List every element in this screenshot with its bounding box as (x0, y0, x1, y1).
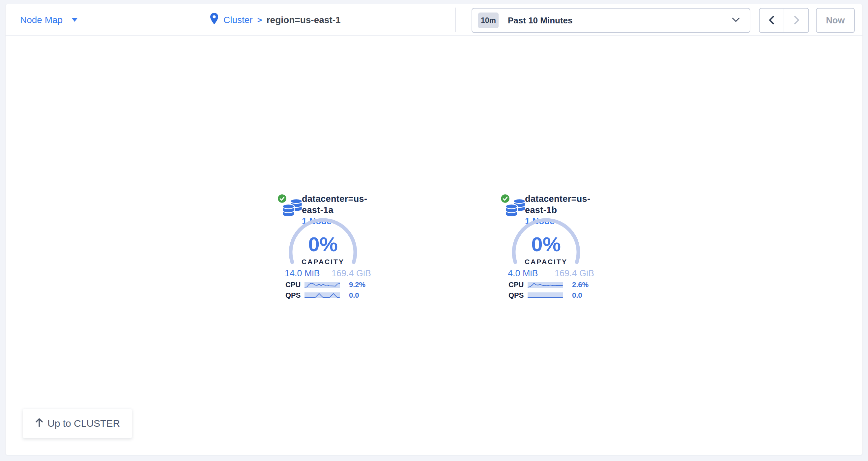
cpu-metric-row: CPU 9.2% (285, 282, 366, 288)
cpu-label: CPU (285, 281, 305, 289)
node-map-panel: Node Map Cluster > region=us-east-1 10m … (5, 4, 863, 455)
qps-value: 0.0 (572, 291, 582, 300)
view-mode-selector[interactable]: Node Map (20, 4, 78, 36)
arrow-up-icon (35, 418, 43, 430)
chevron-down-icon (732, 18, 740, 23)
qps-label: QPS (285, 291, 305, 300)
now-button[interactable]: Now (816, 8, 855, 33)
time-range-dropdown[interactable]: 10m Past 10 Minutes (471, 8, 750, 33)
capacity-values: 14.0 MiB 169.4 GiB (285, 268, 371, 278)
cpu-sparkline (305, 282, 340, 288)
capacity-values: 4.0 MiB 169.4 GiB (508, 268, 594, 278)
capacity-used: 14.0 MiB (285, 268, 320, 278)
cpu-sparkline (528, 282, 563, 288)
locality-card-us-east-1a[interactable]: datacenter=us-east-1a 1 Node 0% CAPACITY… (267, 191, 379, 299)
qps-metric-row: QPS 0.0 (508, 292, 582, 299)
top-bar: Node Map Cluster > region=us-east-1 10m … (6, 4, 862, 36)
capacity-caption: CAPACITY (287, 258, 359, 266)
cpu-label: CPU (508, 281, 528, 289)
chevron-left-icon (768, 15, 776, 26)
qps-sparkline (305, 292, 340, 298)
capacity-caption: CAPACITY (510, 258, 582, 266)
view-mode-label: Node Map (20, 15, 63, 25)
qps-value: 0.0 (349, 291, 359, 300)
locality-name: datacenter=us-east-1a (302, 193, 379, 216)
capacity-percent: 0% (510, 235, 582, 254)
cpu-value: 2.6% (572, 281, 589, 289)
breadcrumb-current: region=us-east-1 (267, 15, 341, 25)
qps-sparkline (528, 292, 563, 298)
capacity-total: 169.4 GiB (555, 268, 594, 278)
up-to-cluster-button[interactable]: Up to CLUSTER (23, 409, 132, 438)
map-pin-icon (210, 12, 219, 27)
chevron-right-icon (792, 15, 801, 26)
breadcrumb: Cluster > region=us-east-1 (210, 4, 341, 36)
qps-metric-row: QPS 0.0 (285, 292, 359, 299)
qps-label: QPS (508, 291, 528, 300)
cpu-value: 9.2% (349, 281, 366, 289)
datacenter-icon (504, 197, 526, 219)
cpu-metric-row: CPU 2.6% (508, 282, 589, 288)
capacity-gauge: 0% CAPACITY (287, 218, 359, 268)
capacity-percent: 0% (287, 235, 359, 254)
time-range-badge: 10m (478, 12, 499, 28)
locality-card-us-east-1b[interactable]: datacenter=us-east-1b 1 Node 0% CAPACITY… (490, 191, 602, 299)
time-step-group (759, 8, 809, 33)
capacity-used: 4.0 MiB (508, 268, 538, 278)
locality-name: datacenter=us-east-1b (525, 193, 602, 216)
breadcrumb-separator: > (257, 15, 262, 25)
up-to-cluster-label: Up to CLUSTER (48, 418, 120, 429)
datacenter-icon (281, 197, 303, 219)
time-step-back-button[interactable] (760, 8, 784, 32)
chevron-down-icon (72, 17, 78, 23)
capacity-gauge: 0% CAPACITY (510, 218, 582, 268)
time-step-forward-button[interactable] (784, 8, 808, 32)
topbar-divider (456, 7, 456, 32)
breadcrumb-cluster-link[interactable]: Cluster (223, 15, 253, 25)
time-range-label: Past 10 Minutes (508, 15, 573, 26)
capacity-total: 169.4 GiB (332, 268, 371, 278)
